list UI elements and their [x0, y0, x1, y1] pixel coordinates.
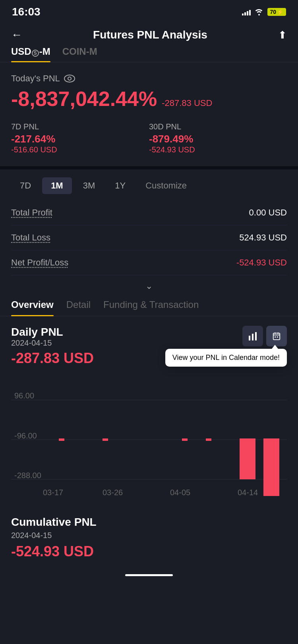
svg-rect-5	[273, 333, 280, 340]
chart-date: 2024-04-15	[11, 338, 94, 348]
svg-rect-10	[277, 336, 278, 338]
svg-rect-20	[206, 438, 211, 441]
calendar-icon	[272, 332, 281, 340]
stats-value-net: -524.93 USD	[236, 258, 287, 268]
todays-pnl-label: Today's PNL	[11, 73, 287, 84]
chevron-down-icon: ⌄	[145, 281, 153, 291]
svg-text:96.00: 96.00	[14, 391, 34, 400]
period-7d[interactable]: 7D	[11, 177, 40, 194]
svg-rect-18	[103, 438, 108, 441]
period-1y[interactable]: 1Y	[106, 177, 134, 194]
share-button[interactable]: ⬆	[278, 29, 287, 41]
pnl-grid: 7D PNL -217.64% -516.60 USD 30D PNL -879…	[11, 118, 287, 158]
overview-tabs: Overview Detail Funding & Transaction	[0, 299, 298, 316]
svg-rect-3	[252, 334, 253, 340]
stats-row-loss: Total Loss 524.93 USD	[11, 225, 287, 250]
svg-rect-22	[263, 438, 279, 496]
tab-detail[interactable]: Detail	[66, 299, 91, 316]
eye-icon	[64, 75, 75, 83]
chart-title: Daily PNL	[11, 326, 94, 338]
bar-chart-icon	[248, 332, 257, 340]
battery-icon: 70⚡	[267, 8, 286, 16]
svg-text:-96.00: -96.00	[14, 431, 37, 440]
signal-icon	[242, 8, 251, 15]
stats-label-net: Net Profit/Loss	[11, 258, 68, 268]
svg-rect-21	[240, 438, 255, 479]
bottom-bar	[0, 568, 298, 580]
pnl-main-value: -8,837,042.44% -287.83 USD	[11, 88, 287, 110]
status-bar: 16:03 70⚡	[0, 0, 298, 22]
svg-point-1	[68, 77, 71, 80]
tab-usd-m[interactable]: USDS-M	[11, 46, 50, 62]
svg-text:04-14: 04-14	[238, 488, 258, 497]
status-icons: 70⚡	[242, 8, 286, 16]
stats-label-loss: Total Loss	[11, 233, 50, 243]
stats-table: Total Profit 0.00 USD Total Loss 524.93 …	[0, 200, 298, 275]
header: ← Futures PNL Analysis ⬆	[0, 22, 298, 46]
svg-rect-19	[182, 438, 188, 441]
home-indicator	[125, 574, 173, 576]
svg-text:04-05: 04-05	[170, 488, 190, 497]
chart-pnl-value: -287.83 USD	[11, 350, 94, 367]
cumulative-value: -524.93 USD	[11, 543, 287, 560]
stats-label-profit: Total Profit	[11, 208, 52, 218]
calendar-tooltip: View your PNL in Calendar mode!	[165, 349, 287, 367]
chart-header: Daily PNL 2024-04-15 -287.83 USD	[11, 326, 287, 373]
svg-text:03-17: 03-17	[43, 488, 63, 497]
stats-value-loss: 524.93 USD	[239, 233, 287, 243]
svg-rect-9	[275, 336, 276, 338]
bar-chart-button[interactable]	[242, 326, 263, 346]
svg-rect-2	[249, 336, 250, 340]
cumulative-section: Cumulative PNL 2024-04-15 -524.93 USD	[0, 503, 298, 568]
svg-rect-17	[59, 438, 64, 441]
period-customize[interactable]: Customize	[137, 177, 195, 194]
svg-text:-288.00: -288.00	[14, 471, 41, 480]
tab-overview[interactable]: Overview	[11, 299, 54, 316]
period-selector: 7D 1M 3M 1Y Customize	[0, 169, 298, 200]
chart-view-buttons: View your PNL in Calendar mode!	[242, 326, 287, 346]
tab-funding[interactable]: Funding & Transaction	[103, 299, 199, 316]
market-tabs: USDS-M COIN-M	[0, 46, 298, 62]
pnl-section: Today's PNL -8,837,042.44% -287.83 USD 7…	[0, 62, 298, 166]
expand-row[interactable]: ⌄	[0, 275, 298, 299]
back-button[interactable]: ←	[11, 29, 22, 41]
stats-value-profit: 0.00 USD	[249, 208, 287, 218]
calendar-button[interactable]	[266, 326, 287, 346]
stats-row-profit: Total Profit 0.00 USD	[11, 200, 287, 225]
chart-title-area: Daily PNL 2024-04-15 -287.83 USD	[11, 326, 94, 373]
30d-pnl-cell: 30D PNL -879.49% -524.93 USD	[149, 118, 287, 158]
stats-row-net: Net Profit/Loss -524.93 USD	[11, 250, 287, 275]
chart-section: Daily PNL 2024-04-15 -287.83 USD	[0, 316, 298, 503]
7d-pnl-cell: 7D PNL -217.64% -516.60 USD	[11, 118, 149, 158]
period-3m[interactable]: 3M	[74, 177, 104, 194]
status-time: 16:03	[12, 6, 41, 18]
wifi-icon	[255, 8, 263, 15]
tab-coin-m[interactable]: COIN-M	[62, 46, 97, 62]
cumulative-title: Cumulative PNL	[11, 516, 287, 529]
svg-rect-4	[255, 332, 257, 340]
cumulative-date: 2024-04-15	[11, 531, 287, 540]
period-1m[interactable]: 1M	[42, 177, 72, 194]
daily-pnl-chart: 96.00 -96.00 -288.00 03-17 03-26 04-05 0…	[11, 376, 287, 503]
svg-text:03-26: 03-26	[103, 488, 123, 497]
svg-point-0	[64, 75, 75, 82]
page-title: Futures PNL Analysis	[93, 29, 207, 41]
divider	[0, 166, 298, 169]
chart-svg: 96.00 -96.00 -288.00 03-17 03-26 04-05 0…	[11, 376, 287, 503]
